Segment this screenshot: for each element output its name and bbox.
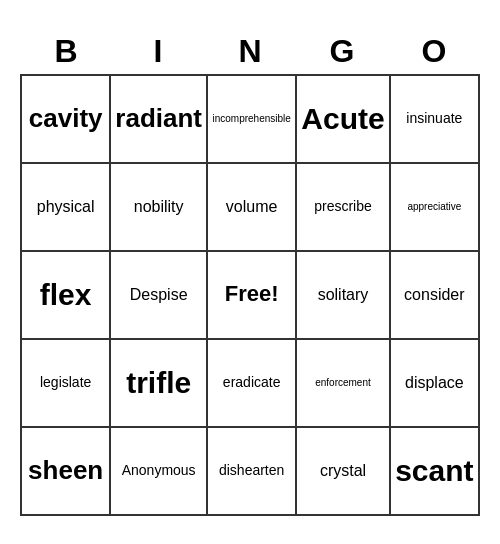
bingo-cell-8: prescribe	[297, 164, 390, 252]
bingo-cell-21: Anonymous	[111, 428, 208, 516]
bingo-cell-18: enforcement	[297, 340, 390, 428]
bingo-cell-4: insinuate	[391, 76, 480, 164]
bingo-cell-7: volume	[208, 164, 297, 252]
bingo-cell-22: dishearten	[208, 428, 297, 516]
bingo-cell-3: Acute	[297, 76, 390, 164]
header-n: N	[204, 29, 296, 74]
bingo-cell-5: physical	[22, 164, 111, 252]
header-g: G	[296, 29, 388, 74]
bingo-cell-12: Free!	[208, 252, 297, 340]
bingo-cell-17: eradicate	[208, 340, 297, 428]
bingo-cell-0: cavity	[22, 76, 111, 164]
bingo-cell-6: nobility	[111, 164, 208, 252]
bingo-cell-2: incomprehensible	[208, 76, 297, 164]
header-i: I	[112, 29, 204, 74]
bingo-cell-14: consider	[391, 252, 480, 340]
header-b: B	[20, 29, 112, 74]
bingo-cell-13: solitary	[297, 252, 390, 340]
bingo-header: B I N G O	[20, 29, 480, 74]
bingo-cell-20: sheen	[22, 428, 111, 516]
bingo-cell-19: displace	[391, 340, 480, 428]
bingo-cell-11: Despise	[111, 252, 208, 340]
bingo-cell-1: radiant	[111, 76, 208, 164]
header-o: O	[388, 29, 480, 74]
bingo-cell-23: crystal	[297, 428, 390, 516]
bingo-cell-10: flex	[22, 252, 111, 340]
bingo-grid: cavityradiantincomprehensibleAcuteinsinu…	[20, 74, 480, 516]
bingo-cell-16: trifle	[111, 340, 208, 428]
bingo-card: B I N G O cavityradiantincomprehensibleA…	[20, 29, 480, 516]
bingo-cell-9: appreciative	[391, 164, 480, 252]
bingo-cell-24: scant	[391, 428, 480, 516]
bingo-cell-15: legislate	[22, 340, 111, 428]
